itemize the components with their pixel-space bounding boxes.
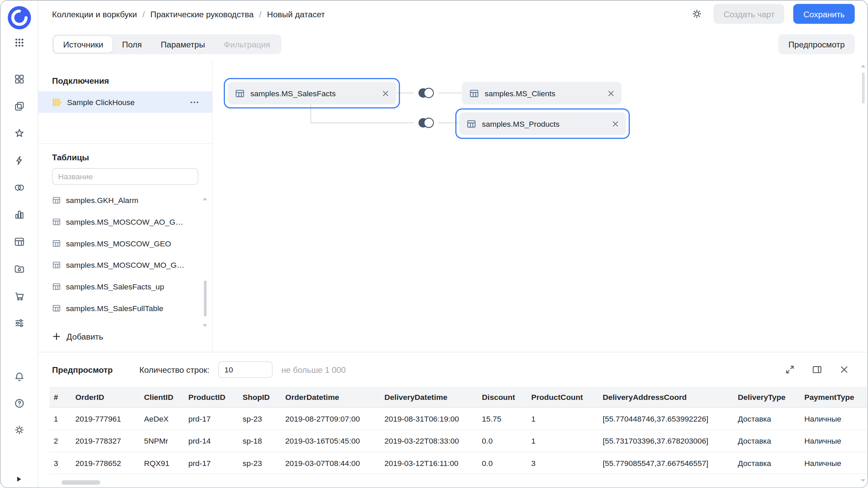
preview-cell: prd-17 — [184, 407, 238, 429]
scroll-up-icon[interactable] — [203, 198, 207, 200]
preview-cell: 2019-03-16T05:45:00 — [281, 430, 380, 452]
preview-cell: prd-17 — [184, 452, 238, 474]
tab-sources[interactable]: Источники — [54, 36, 113, 53]
table-search-input[interactable] — [52, 168, 198, 185]
tab-parameters[interactable]: Параметры — [151, 36, 214, 53]
tables-list: samples.GKH_Alarmsamples.MS_MOSCOW_AO_G…… — [38, 189, 212, 319]
table-node-label: samples.MS_SalesFacts — [250, 89, 336, 98]
horizontal-scrollbar-thumb[interactable] — [61, 480, 100, 485]
preview-cell: 1 — [49, 407, 71, 429]
preview-cell: 1 — [527, 430, 598, 452]
table-list-item[interactable]: samples.GKH_Alarm — [38, 189, 212, 211]
table-node-salesfacts[interactable]: samples.MS_SalesFacts — [228, 82, 396, 105]
table-list-item[interactable]: samples.MS_MOSCOW_GEO — [38, 232, 212, 254]
main-area: Коллекции и воркбуки Практические руково… — [38, 1, 868, 488]
collapse-arrow-icon[interactable] — [16, 475, 22, 484]
preview-column-header: Discount — [477, 387, 527, 407]
join-type-icon-clients[interactable] — [414, 85, 438, 101]
preview-cell: [55.779085547,37.667546557] — [598, 452, 733, 474]
help-icon[interactable] — [14, 398, 25, 409]
preview-cell: AeDeX — [140, 407, 184, 429]
table-node-products[interactable]: samples.MS_Products — [459, 112, 626, 135]
preview-cell: Наличные — [800, 407, 867, 429]
connection-menu-icon[interactable] — [189, 97, 200, 108]
table-icon — [52, 196, 61, 204]
marketplace-cart-icon[interactable] — [14, 290, 25, 302]
app-window: Коллекции и воркбуки Практические руково… — [0, 0, 868, 488]
preview-cell: 2019-08-31T06:19:00 — [380, 407, 478, 429]
tab-fields[interactable]: Поля — [113, 36, 151, 53]
remove-node-icon[interactable] — [612, 120, 619, 127]
breadcrumb-collections[interactable]: Коллекции и воркбуки — [52, 9, 137, 19]
preview-column-header: DeliveryType — [733, 387, 800, 407]
remove-node-icon[interactable] — [382, 90, 389, 97]
table-list-item[interactable]: samples.MS_MOSCOW_AO_G… — [38, 211, 212, 232]
scroll-up-icon[interactable] — [861, 65, 865, 67]
gear-icon[interactable] — [14, 424, 25, 435]
preview-cell: RQX91 — [140, 452, 184, 474]
table-icon — [52, 217, 61, 226]
preview-cell: 15.75 — [477, 407, 527, 429]
table-list-item[interactable]: samples.MS_SalesFacts_up — [38, 276, 212, 297]
selected-node-wrap-products: samples.MS_Products — [455, 108, 630, 139]
table-list-item[interactable]: samples.MS_MOSCOW_MO_G… — [38, 254, 212, 276]
page-scrollbar[interactable] — [860, 65, 866, 482]
join-type-icon-products[interactable] — [414, 115, 438, 131]
connection-item-sample-clickhouse[interactable]: Sample ClickHouse — [38, 91, 212, 113]
preview-cell: sp-23 — [238, 452, 281, 474]
close-icon[interactable] — [836, 362, 852, 378]
services-rings-icon[interactable] — [14, 182, 25, 193]
preview-panel: Предпросмотр Количество строк: не больше… — [38, 352, 868, 488]
preview-header-row: #OrderIDClientIDProductIDShopIDOrderDate… — [49, 387, 867, 407]
row-count-hint: не больше 1 000 — [281, 365, 346, 374]
breadcrumb: Коллекции и воркбуки Практические руково… — [52, 9, 325, 19]
scroll-down-icon[interactable] — [861, 479, 865, 482]
scroll-down-icon[interactable] — [203, 324, 207, 327]
table-list-label: samples.MS_SalesFullTable — [66, 304, 163, 312]
datalens-logo-icon[interactable] — [6, 5, 32, 30]
preview-cell: [55.731703396,37.678203006] — [598, 430, 733, 452]
breadcrumb-guides[interactable]: Практические руководства — [137, 9, 254, 19]
row-count-input[interactable] — [218, 361, 273, 378]
notifications-bell-icon[interactable] — [14, 371, 25, 383]
settings-sliders-icon[interactable] — [14, 318, 25, 329]
favorites-star-icon[interactable] — [14, 128, 25, 139]
preview-controls — [782, 362, 852, 378]
scrollbar-thumb[interactable] — [862, 73, 864, 103]
preview-row: 32019-778652RQX91prd-17sp-232019-03-07T0… — [49, 452, 867, 474]
rail-nav — [14, 74, 25, 329]
connection-name: Sample ClickHouse — [67, 98, 135, 106]
preview-cell: sp-23 — [238, 407, 281, 429]
tables-scrollbar[interactable] — [202, 198, 208, 327]
table-list-item[interactable]: samples.MS_SalesFullTable — [38, 297, 212, 319]
expand-icon[interactable] — [782, 362, 798, 378]
preview-cell: 2019-03-12T16:11:00 — [380, 452, 478, 474]
add-table-button[interactable]: Добавить — [52, 326, 212, 346]
table-node-label: samples.MS_Products — [482, 119, 559, 128]
dataset-settings-gear-icon[interactable] — [689, 6, 705, 22]
top-bar: Коллекции и воркбуки Практические руково… — [38, 1, 868, 27]
remove-node-icon[interactable] — [608, 90, 614, 97]
clickhouse-icon — [52, 97, 62, 107]
connections-lightning-icon[interactable] — [14, 155, 25, 166]
table-node-clients[interactable]: samples.MS_Clients — [462, 82, 622, 105]
charts-icon[interactable] — [14, 209, 25, 220]
datasets-table-icon[interactable] — [14, 236, 25, 247]
preview-column-header: ShopID — [238, 387, 281, 407]
preview-row: 22019-7783275NPMrprd-14sp-182019-03-16T0… — [49, 430, 867, 452]
preview-toggle-button[interactable]: Предпросмотр — [778, 34, 855, 54]
side-panel-icon[interactable] — [809, 362, 825, 378]
table-icon — [52, 282, 61, 291]
apps-grid-icon[interactable] — [14, 37, 25, 48]
scrollbar-thumb[interactable] — [203, 281, 206, 317]
collections-icon[interactable] — [14, 101, 25, 112]
preview-cell: 0.0 — [477, 452, 527, 474]
preview-column-header: PaymentType — [800, 387, 867, 407]
dashboards-icon[interactable] — [14, 74, 25, 85]
create-chart-button[interactable]: Создать чарт — [714, 4, 785, 24]
preview-cell: Наличные — [800, 430, 867, 452]
preview-title: Предпросмотр — [52, 365, 113, 374]
storage-folder-icon[interactable] — [14, 263, 25, 274]
preview-header: Предпросмотр Количество строк: не больше… — [38, 352, 868, 387]
save-button[interactable]: Сохранить — [793, 4, 855, 24]
